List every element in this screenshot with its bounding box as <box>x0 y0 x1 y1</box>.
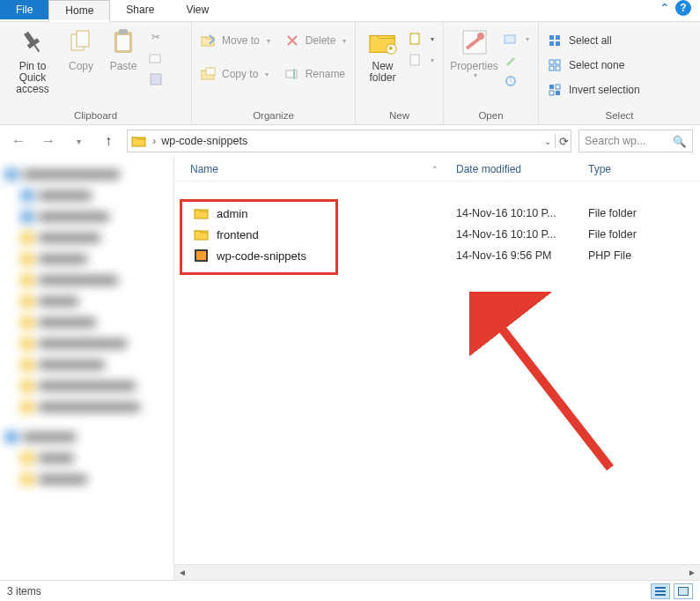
scroll-right-icon[interactable]: ► <box>688 568 696 577</box>
select-none-button[interactable]: Select none <box>544 56 644 75</box>
select-all-icon <box>548 33 564 48</box>
sidebar-nav-tree[interactable] <box>0 157 174 580</box>
file-type: File folder <box>588 228 700 241</box>
paste-shortcut-button[interactable] <box>144 70 167 89</box>
ribbon-group-open: Properties ▾ ▾ Open <box>444 22 539 124</box>
column-header-date[interactable]: Date modified <box>456 163 588 175</box>
address-dropdown-icon[interactable]: ⌄ <box>544 137 551 146</box>
copy-path-icon <box>148 50 164 66</box>
new-folder-button[interactable]: ✦ New folder <box>361 26 404 84</box>
open-button[interactable]: ▾ <box>499 29 533 48</box>
view-details-button[interactable] <box>651 583 670 599</box>
svg-rect-33 <box>556 85 560 89</box>
list-header: Name ⌃ Date modified Type <box>174 157 700 182</box>
breadcrumb-folder[interactable]: wp-code-snippets <box>161 135 247 147</box>
up-button[interactable]: ↑ <box>97 130 120 152</box>
copy-icon <box>66 27 96 57</box>
svg-rect-13 <box>286 70 297 78</box>
pin-to-quick-access-button[interactable]: Pin to Quick access <box>5 26 60 96</box>
svg-rect-19 <box>410 55 419 65</box>
tab-file[interactable]: File <box>0 0 48 19</box>
address-bar[interactable]: › wp-code-snippets ⌄ ⟳ <box>127 130 571 152</box>
new-item-icon <box>408 31 424 47</box>
view-thumbnails-button[interactable] <box>674 583 693 599</box>
select-all-button[interactable]: Select all <box>544 31 644 50</box>
organize-group-label: Organize <box>197 110 350 122</box>
help-icon[interactable]: ? <box>675 0 691 16</box>
svg-rect-9 <box>151 74 161 85</box>
edit-button[interactable] <box>499 50 533 70</box>
horizontal-scrollbar[interactable]: ◄ ► <box>174 564 700 580</box>
new-folder-icon: ✦ <box>368 27 398 57</box>
annotation-arrow <box>469 292 628 486</box>
history-button[interactable] <box>499 71 533 91</box>
ribbon-group-select: Select all Select none Invert selection … <box>539 22 700 124</box>
svg-rect-25 <box>556 35 560 40</box>
sort-indicator-icon: ⌃ <box>431 165 438 174</box>
move-to-button[interactable]: Move to▾ <box>197 31 274 50</box>
svg-rect-6 <box>117 35 129 50</box>
delete-button[interactable]: Delete▾ <box>281 31 350 50</box>
svg-rect-35 <box>556 91 560 95</box>
breadcrumb-separator-icon[interactable]: › <box>152 135 156 147</box>
cut-button[interactable]: ✂ <box>144 27 167 47</box>
svg-rect-24 <box>549 35 554 40</box>
paste-button[interactable]: Paste <box>102 26 144 72</box>
open-icon <box>503 31 519 47</box>
easy-access-button[interactable]: ▾ <box>404 50 438 70</box>
invert-selection-button[interactable]: Invert selection <box>544 80 644 100</box>
svg-rect-45 <box>655 594 666 596</box>
column-header-name[interactable]: Name ⌃ <box>174 163 456 175</box>
details-view-icon <box>654 586 667 597</box>
copy-path-button[interactable] <box>144 48 167 68</box>
rename-label: Rename <box>306 68 345 80</box>
thumbnails-view-icon <box>677 586 689 597</box>
file-type: File folder <box>588 207 700 219</box>
folder-icon <box>194 206 210 220</box>
copy-to-button[interactable]: Copy to▾ <box>197 64 274 84</box>
rename-button[interactable]: Rename <box>281 64 350 84</box>
refresh-icon[interactable]: ⟳ <box>559 135 569 148</box>
svg-rect-30 <box>549 66 554 70</box>
ribbon-group-organize: Move to▾ Copy to▾ Delete▾ Rename Organiz… <box>192 22 356 124</box>
list-item[interactable]: frontend 14-Nov-16 10:10 P... File folde… <box>174 224 700 245</box>
clipboard-group-label: Clipboard <box>5 110 186 122</box>
forward-button[interactable]: → <box>37 130 60 152</box>
new-item-button[interactable]: ▾ <box>404 29 438 48</box>
select-group-label: Select <box>544 110 695 122</box>
pin-label: Pin to Quick access <box>5 61 60 96</box>
svg-point-21 <box>477 33 484 40</box>
invert-selection-label: Invert selection <box>569 84 640 96</box>
properties-icon <box>460 27 490 57</box>
list-item[interactable]: wp-code-snippets 14-Nov-16 9:56 PM PHP F… <box>174 245 700 266</box>
collapse-ribbon-icon[interactable]: ⌃ <box>659 1 670 15</box>
svg-rect-7 <box>119 29 128 34</box>
list-body[interactable]: admin 14-Nov-16 10:10 P... File folder f… <box>174 182 700 564</box>
back-button[interactable]: ← <box>7 130 30 152</box>
delete-icon <box>284 33 300 48</box>
svg-line-42 <box>487 309 610 468</box>
select-none-label: Select none <box>569 59 624 71</box>
open-group-label: Open <box>449 110 533 122</box>
file-date: 14-Nov-16 10:10 P... <box>456 207 588 219</box>
svg-rect-2 <box>33 45 40 53</box>
tab-home[interactable]: Home <box>48 0 110 22</box>
search-box[interactable]: Search wp... 🔍 <box>578 130 693 152</box>
search-icon: 🔍 <box>673 135 687 148</box>
column-header-type[interactable]: Type <box>588 163 700 175</box>
move-to-label: Move to <box>222 34 260 47</box>
copy-button[interactable]: Copy <box>60 26 102 72</box>
column-name-label: Name <box>190 163 218 175</box>
svg-rect-34 <box>549 91 554 95</box>
tab-share[interactable]: Share <box>110 0 170 19</box>
scroll-left-icon[interactable]: ◄ <box>178 568 187 577</box>
properties-button[interactable]: Properties ▾ <box>449 26 499 80</box>
folder-icon <box>194 227 210 241</box>
status-bar: 3 items <box>0 580 700 601</box>
recent-locations-button[interactable]: ▾ <box>67 130 90 152</box>
tab-view[interactable]: View <box>170 0 225 19</box>
easy-access-icon <box>408 52 424 68</box>
paste-label: Paste <box>110 61 137 72</box>
file-date: 14-Nov-16 10:10 P... <box>456 228 588 241</box>
list-item[interactable]: admin 14-Nov-16 10:10 P... File folder <box>174 203 700 224</box>
